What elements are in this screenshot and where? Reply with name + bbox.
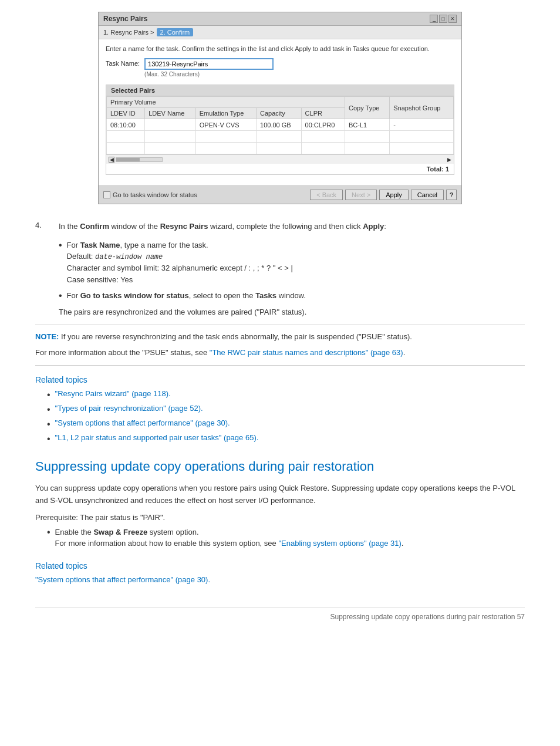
dialog-instruction: Enter a name for the task. Confirm the s… [106, 45, 454, 52]
note-line2: For more information about the "PSUE" st… [35, 347, 525, 359]
total-label: Total: [427, 166, 444, 173]
note-link[interactable]: "The RWC pair status names and descripti… [210, 348, 403, 357]
related-link-1-anchor[interactable]: "Resync Pairs wizard" (page 118). [55, 389, 171, 400]
step4-confirm-bold: Confirm [80, 222, 109, 231]
primary-volume-header: Primary Volume [107, 97, 345, 108]
related-link2-anchor[interactable]: "System options that affect performance"… [35, 575, 210, 584]
cell-ldev-id: 08:10:00 [107, 119, 145, 131]
close-button[interactable]: ✕ [448, 15, 457, 23]
step4: 4. In the Confirm window of the Resync P… [35, 221, 525, 232]
task-name-label: Task Name: [106, 58, 140, 67]
clpr-header: CLPR [301, 108, 345, 119]
dialog-wrapper: Resync Pairs ⎯ □ ✕ 1. Resync Pairs > 2. … [35, 12, 525, 204]
section-bullet1: Enable the Swap & Freeze system option. … [47, 526, 525, 549]
cancel-button[interactable]: Cancel [411, 190, 444, 200]
section-bullet-list: Enable the Swap & Freeze system option. … [47, 526, 525, 549]
scroll-left-btn[interactable]: ◀ [109, 157, 114, 163]
page-footer-text: Suppressing update copy operations durin… [330, 613, 525, 621]
page-footer: Suppressing update copy operations durin… [35, 607, 525, 621]
related-topics-heading1: Related topics [35, 375, 525, 384]
related-topics-heading2: Related topics [35, 561, 525, 571]
minimize-button[interactable]: ⎯ [430, 15, 438, 23]
cell-clpr: 00:CLPR0 [301, 119, 345, 131]
note-text1: If you are reverse resynchronizing and t… [61, 332, 412, 341]
note-text2: For more information about the "PSUE" st… [35, 348, 210, 357]
dialog-titlebar: Resync Pairs ⎯ □ ✕ [99, 12, 461, 26]
main-content: 4. In the Confirm window of the Resync P… [35, 221, 525, 621]
dialog-footer: Go to tasks window for status < Back Nex… [99, 185, 461, 204]
prereq-text: Prerequisite: The pair status is "PAIR". [35, 513, 525, 522]
related-link-3: "System options that affect performance"… [47, 418, 525, 430]
dialog-title: Resync Pairs [103, 15, 147, 23]
help-button[interactable]: ? [446, 190, 457, 200]
total-value: 1 [446, 166, 449, 173]
related-topics-section2: Related topics "System options that affe… [35, 561, 525, 584]
step4-text: In the Confirm window of the Resync Pair… [59, 221, 386, 232]
section-bullet1-bold: Swap & Freeze [93, 528, 147, 536]
section-bullet1-content: Enable the Swap & Freeze system option. … [55, 526, 404, 549]
scrollbar-track[interactable] [116, 157, 163, 162]
snapshot-group-header: Snapshot Group [390, 97, 454, 119]
bullet2-bold: Go to tasks window for status [80, 291, 189, 300]
dialog-body: Enter a name for the task. Confirm the s… [99, 39, 461, 185]
bullet1-charlimit: Character and symbol limit: 32 alphanume… [67, 264, 293, 272]
copy-type-header: Copy Type [345, 97, 389, 119]
horizontal-scrollbar[interactable]: ◀ ▶ [106, 154, 454, 164]
bullet1-bold: Task Name [80, 241, 120, 249]
step4-intro: In the Confirm window of the Resync Pair… [59, 222, 386, 231]
related-link-2-anchor[interactable]: "Types of pair resynchronization" (page … [55, 404, 203, 415]
related-topics-section1: Related topics "Resync Pairs wizard" (pa… [35, 375, 525, 445]
bullet2-tasks-bold: Tasks [255, 291, 276, 300]
note-box: NOTE: If you are reverse resynchronizing… [35, 325, 525, 366]
pairs-table: Primary Volume Copy Type Snapshot Group … [106, 96, 454, 154]
step4-resync-bold: Resync Pairs [160, 222, 208, 231]
related-link-2: "Types of pair resynchronization" (page … [47, 404, 525, 415]
selected-pairs-header: Selected Pairs [106, 85, 454, 96]
bullet1: For Task Name, type a name for the task.… [59, 239, 525, 286]
table-row: 08:10:00 OPEN-V CVS 100.00 GB 00:CLPR0 B… [107, 119, 454, 131]
bullet1-default: Default: date-window name [67, 252, 163, 261]
related-link-3-anchor[interactable]: "System options that affect performance"… [55, 418, 230, 430]
cell-emulation-type: OPEN-V CVS [195, 119, 256, 131]
scrollbar-thumb[interactable] [116, 158, 140, 161]
section-bullet1-link[interactable]: "Enabling system options" (page 31) [278, 539, 401, 548]
step4-bullets: For Task Name, type a name for the task.… [59, 239, 525, 302]
note-line1: NOTE: If you are reverse resynchronizing… [35, 331, 525, 343]
cell-copy-type: BC-L1 [345, 119, 389, 131]
task-name-hint: (Max. 32 Characters) [144, 71, 274, 77]
note-text2-end: . [403, 348, 406, 357]
next-button[interactable]: Next > [345, 190, 377, 200]
selected-pairs-section: Selected Pairs Primary Volume Copy Type … [106, 85, 454, 175]
table-row-empty2 [107, 143, 454, 154]
resync-pairs-dialog: Resync Pairs ⎯ □ ✕ 1. Resync Pairs > 2. … [98, 12, 462, 204]
breadcrumb-step1: 1. Resync Pairs > [103, 29, 154, 36]
cell-capacity: 100.00 GB [257, 119, 302, 131]
dialog-breadcrumb: 1. Resync Pairs > 2. Confirm [99, 26, 461, 39]
breadcrumb-step2: 2. Confirm [157, 28, 194, 36]
related-link-1: "Resync Pairs wizard" (page 118). [47, 389, 525, 400]
total-row: Total: 1 [106, 164, 454, 174]
bullet1-default-value: date-window name [95, 253, 163, 261]
emulation-type-header: Emulation Type [195, 108, 256, 119]
capacity-header: Capacity [257, 108, 302, 119]
bullet1-text: For Task Name, type a name for the task. [67, 241, 208, 249]
goto-tasks-checkbox[interactable] [103, 191, 110, 198]
cell-snapshot-group: - [390, 119, 454, 131]
footer-checkbox-area: Go to tasks window for status [103, 191, 308, 198]
related-link-4-anchor[interactable]: "L1, L2 pair status and supported pair u… [55, 433, 259, 444]
task-name-input[interactable] [144, 58, 274, 70]
related-list1: "Resync Pairs wizard" (page 118). "Types… [47, 389, 525, 445]
table-row-empty1 [107, 131, 454, 143]
goto-tasks-label: Go to tasks window for status [113, 191, 197, 198]
scroll-right-btn[interactable]: ▶ [447, 157, 451, 163]
step4-number: 4. [35, 221, 59, 232]
result-text: The pairs are resynchronized and the vol… [59, 306, 525, 318]
table-wrapper: Primary Volume Copy Type Snapshot Group … [106, 96, 454, 154]
note-label: NOTE: [35, 332, 59, 341]
task-name-input-wrapper: (Max. 32 Characters) [144, 58, 274, 77]
section-body: You can suppress update copy operations … [35, 482, 525, 507]
apply-button[interactable]: Apply [379, 190, 409, 200]
related-link-4: "L1, L2 pair status and supported pair u… [47, 433, 525, 444]
restore-button[interactable]: □ [439, 15, 447, 23]
back-button[interactable]: < Back [310, 190, 343, 200]
